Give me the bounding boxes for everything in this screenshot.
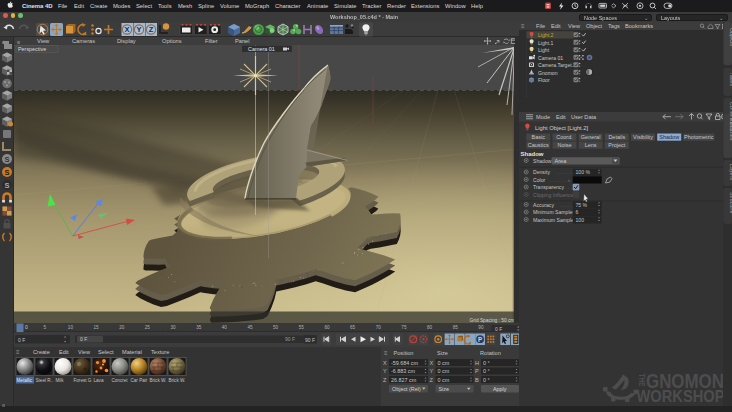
svg-text:Filter: Filter bbox=[205, 38, 218, 44]
svg-text:90 F: 90 F bbox=[285, 336, 295, 342]
svg-text:Render: Render bbox=[387, 3, 406, 9]
svg-text:0 °: 0 ° bbox=[483, 360, 490, 366]
svg-text:0 F: 0 F bbox=[495, 326, 502, 332]
svg-text:0 F: 0 F bbox=[18, 337, 25, 343]
svg-text:Brick W.: Brick W. bbox=[150, 378, 167, 383]
svg-text:Volume: Volume bbox=[220, 3, 239, 9]
svg-text:Density: Density bbox=[533, 169, 550, 175]
svg-text:WORKSHOP: WORKSHOP bbox=[637, 387, 725, 405]
svg-text:Animate: Animate bbox=[307, 3, 328, 9]
svg-text:File: File bbox=[536, 23, 545, 29]
svg-text:Caustics: Caustics bbox=[528, 142, 549, 148]
svg-text:Spline: Spline bbox=[198, 3, 214, 9]
svg-text:Light Object [Light.2]: Light Object [Light.2] bbox=[535, 125, 589, 131]
svg-text:Basic: Basic bbox=[532, 134, 546, 140]
svg-text:User Data: User Data bbox=[571, 114, 597, 120]
svg-text:Y: Y bbox=[430, 368, 434, 374]
svg-text:H: H bbox=[475, 360, 479, 366]
svg-text:0 °: 0 ° bbox=[483, 377, 490, 383]
svg-text:Camera 01: Camera 01 bbox=[538, 55, 563, 61]
svg-text:Create: Create bbox=[33, 349, 50, 355]
svg-text:View: View bbox=[37, 38, 50, 44]
svg-text:100: 100 bbox=[576, 217, 585, 223]
svg-text:Select: Select bbox=[98, 349, 114, 355]
svg-text:Z: Z bbox=[430, 377, 434, 383]
svg-text:Help: Help bbox=[471, 3, 483, 9]
svg-text:Car Pair: Car Pair bbox=[131, 378, 148, 383]
svg-text:Texture: Texture bbox=[151, 349, 169, 355]
svg-text:Edit: Edit bbox=[551, 23, 561, 29]
svg-text:Y: Y bbox=[383, 368, 387, 374]
svg-text:Panel: Panel bbox=[235, 38, 250, 44]
svg-text:Shadow: Shadow bbox=[659, 134, 679, 140]
svg-text:S: S bbox=[4, 168, 9, 177]
svg-text:Material: Material bbox=[122, 349, 142, 355]
svg-text:Perspective: Perspective bbox=[18, 46, 46, 52]
svg-text:Area: Area bbox=[555, 158, 568, 164]
svg-text:S: S bbox=[4, 181, 9, 190]
svg-text:Z: Z bbox=[149, 25, 154, 34]
svg-text:Milk: Milk bbox=[56, 378, 65, 383]
svg-text:Rotation: Rotation bbox=[480, 350, 501, 356]
svg-text:Concret: Concret bbox=[112, 378, 129, 383]
svg-text:P: P bbox=[475, 368, 479, 374]
svg-text:0: 0 bbox=[25, 324, 28, 330]
svg-text:File: File bbox=[58, 3, 67, 9]
svg-text:Lava: Lava bbox=[94, 378, 104, 383]
svg-text:X: X bbox=[430, 360, 434, 366]
svg-text:MoGraph: MoGraph bbox=[245, 3, 269, 9]
svg-text:100 %: 100 % bbox=[576, 169, 591, 175]
svg-text:Brick W.: Brick W. bbox=[169, 378, 186, 383]
svg-text:Tracker: Tracker bbox=[362, 3, 382, 9]
svg-text:Steel R..: Steel R.. bbox=[36, 378, 54, 383]
svg-text:Coord.: Coord. bbox=[556, 134, 573, 140]
svg-text:≡: ≡ bbox=[521, 23, 525, 29]
svg-text:B: B bbox=[475, 377, 479, 383]
svg-text:Character: Character bbox=[275, 3, 301, 9]
svg-text:Bookmarks: Bookmarks bbox=[625, 23, 653, 29]
svg-text:Cameras: Cameras bbox=[72, 38, 95, 44]
svg-text:Simulate: Simulate bbox=[334, 3, 357, 9]
svg-text:0 °: 0 ° bbox=[483, 368, 490, 374]
svg-text:Edit: Edit bbox=[74, 3, 84, 9]
svg-text:Noise: Noise bbox=[557, 142, 571, 148]
svg-text:6: 6 bbox=[576, 209, 579, 215]
svg-text:Edit: Edit bbox=[59, 349, 69, 355]
svg-text:General: General bbox=[581, 134, 601, 140]
svg-text:Light.1: Light.1 bbox=[538, 40, 553, 46]
svg-text:Z: Z bbox=[383, 377, 387, 383]
svg-text:Shadow: Shadow bbox=[521, 151, 544, 157]
svg-text:Modes: Modes bbox=[113, 3, 131, 9]
svg-text:Minimum Samples: Minimum Samples bbox=[533, 209, 575, 215]
svg-text:Accuracy: Accuracy bbox=[533, 202, 554, 208]
svg-text:Project: Project bbox=[608, 142, 626, 148]
svg-text:Shadow: Shadow bbox=[533, 158, 552, 164]
svg-text:Visibility: Visibility bbox=[633, 134, 653, 140]
svg-text:90 F: 90 F bbox=[305, 337, 315, 343]
svg-text:Y: Y bbox=[136, 25, 141, 34]
svg-text:≡: ≡ bbox=[384, 350, 388, 356]
svg-text:Forest G: Forest G bbox=[74, 378, 92, 383]
svg-text:S: S bbox=[4, 155, 9, 164]
svg-text:≡: ≡ bbox=[16, 349, 20, 355]
svg-text:Photometric: Photometric bbox=[684, 134, 714, 140]
svg-text:Light.2: Light.2 bbox=[538, 32, 553, 38]
svg-text:Object: Object bbox=[586, 23, 603, 29]
svg-text:-59.684 cm: -59.684 cm bbox=[391, 360, 418, 366]
svg-text:Light: Light bbox=[538, 47, 550, 53]
svg-text:Camera 01: Camera 01 bbox=[248, 45, 275, 51]
svg-text:Color: Color bbox=[533, 177, 545, 183]
svg-text:Clipping Influence: Clipping Influence bbox=[533, 192, 574, 198]
svg-text:Tags: Tags bbox=[608, 23, 620, 29]
svg-text:Cinema 4D: Cinema 4D bbox=[22, 3, 52, 9]
svg-text:Metallic: Metallic bbox=[17, 378, 33, 383]
svg-text:Gnomon: Gnomon bbox=[538, 70, 558, 76]
svg-text:View: View bbox=[568, 23, 581, 29]
svg-text:Lens: Lens bbox=[585, 142, 597, 148]
svg-text:0 F: 0 F bbox=[80, 336, 87, 342]
svg-text:0 cm: 0 cm bbox=[438, 377, 450, 383]
svg-text:Tools: Tools bbox=[158, 3, 172, 9]
svg-text:75 %: 75 % bbox=[576, 202, 588, 208]
svg-text:Create: Create bbox=[90, 3, 107, 9]
svg-text:Mode: Mode bbox=[536, 114, 550, 120]
